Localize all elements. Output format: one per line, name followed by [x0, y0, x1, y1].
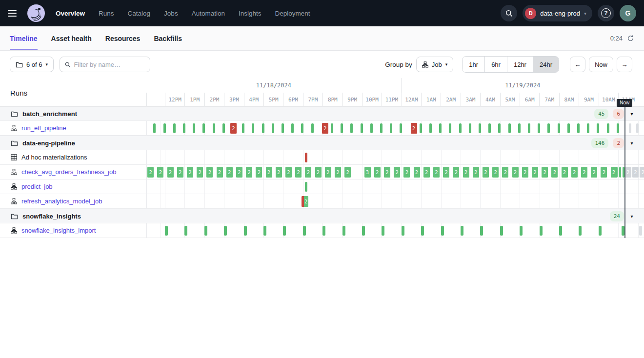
run-marker[interactable]	[242, 123, 244, 133]
run-marker[interactable]	[262, 123, 264, 133]
run-marker[interactable]	[184, 226, 187, 236]
run-marker[interactable]	[599, 226, 602, 236]
nav-item-catalog[interactable]: Catalog	[128, 10, 151, 17]
run-marker[interactable]	[382, 226, 384, 236]
run-marker[interactable]: 2	[246, 167, 252, 178]
run-marker[interactable]	[311, 123, 314, 133]
run-marker[interactable]: 2	[226, 167, 233, 178]
run-marker[interactable]	[204, 226, 207, 236]
run-marker[interactable]	[577, 123, 580, 133]
run-marker[interactable]: 2	[403, 167, 410, 178]
run-marker[interactable]	[165, 226, 168, 236]
job-name-link[interactable]: refresh_analytics_model_job	[21, 198, 102, 205]
dagster-logo[interactable]	[27, 4, 45, 22]
run-marker[interactable]	[380, 123, 382, 133]
run-marker[interactable]: 2	[374, 167, 381, 178]
nav-item-jobs[interactable]: Jobs	[164, 10, 178, 17]
run-marker[interactable]: 2	[147, 167, 154, 178]
run-marker[interactable]	[305, 182, 307, 192]
expand-collapse-button[interactable]: ▾	[628, 214, 635, 219]
run-marker[interactable]	[597, 123, 599, 133]
run-marker[interactable]	[547, 123, 550, 133]
run-marker[interactable]: 2	[236, 167, 242, 178]
run-marker[interactable]	[538, 123, 540, 133]
run-marker[interactable]	[342, 226, 345, 236]
run-marker[interactable]: 2	[197, 167, 203, 178]
run-marker[interactable]: 2	[157, 167, 163, 178]
expand-collapse-button[interactable]: ▾	[628, 111, 635, 117]
run-marker[interactable]: 2	[315, 167, 322, 178]
expand-collapse-button[interactable]: ▾	[628, 140, 635, 146]
run-marker[interactable]	[558, 123, 560, 133]
run-marker[interactable]	[479, 123, 481, 133]
run-marker[interactable]: 2	[256, 167, 262, 178]
run-marker[interactable]	[331, 123, 333, 133]
run-marker[interactable]: 2	[217, 167, 223, 178]
run-marker[interactable]: 2	[551, 167, 558, 178]
run-marker[interactable]	[370, 123, 373, 133]
run-marker[interactable]: 2	[305, 167, 311, 178]
run-marker[interactable]: 2	[411, 123, 417, 134]
run-marker[interactable]	[400, 123, 402, 133]
run-marker[interactable]	[639, 226, 642, 236]
run-marker[interactable]: 3	[364, 167, 371, 178]
nav-item-automation[interactable]: Automation	[192, 10, 225, 17]
run-marker[interactable]: 2	[384, 167, 390, 178]
run-marker[interactable]: 2	[167, 167, 174, 178]
run-marker[interactable]	[153, 123, 156, 133]
run-marker[interactable]	[619, 167, 621, 178]
range-6hr[interactable]: 6hr	[484, 57, 507, 72]
run-marker[interactable]	[488, 123, 491, 133]
group-by-dropdown[interactable]: Job ▾	[416, 57, 454, 72]
run-marker[interactable]: 2	[463, 167, 469, 178]
run-marker[interactable]	[163, 123, 166, 133]
run-marker[interactable]: 2	[187, 167, 193, 178]
run-marker[interactable]	[361, 123, 363, 133]
run-marker[interactable]	[439, 123, 442, 133]
job-name-link[interactable]: predict_job	[21, 183, 53, 190]
run-marker[interactable]	[224, 226, 227, 236]
run-marker[interactable]	[520, 226, 523, 236]
run-marker[interactable]	[469, 123, 471, 133]
job-name-link[interactable]: run_etl_pipeline	[21, 124, 66, 132]
run-marker[interactable]: 2	[295, 167, 302, 178]
nav-item-deployment[interactable]: Deployment	[275, 10, 310, 17]
job-name-link[interactable]: snowflake_insights_import	[21, 227, 96, 234]
run-marker[interactable]	[244, 226, 247, 236]
run-marker[interactable]	[420, 123, 422, 133]
run-marker[interactable]	[498, 123, 501, 133]
nav-item-runs[interactable]: Runs	[99, 10, 114, 17]
run-marker[interactable]: 2	[601, 167, 607, 178]
run-marker[interactable]	[282, 123, 284, 133]
run-marker[interactable]: 2	[423, 167, 430, 178]
run-marker[interactable]: 2	[581, 167, 587, 178]
name-filter-input[interactable]	[74, 61, 145, 68]
run-marker[interactable]: 2	[512, 167, 519, 178]
deployment-switcher[interactable]: D data-eng-prod ▾	[523, 5, 592, 21]
run-marker[interactable]: 2	[325, 167, 331, 178]
run-marker[interactable]	[213, 123, 215, 133]
nav-item-insights[interactable]: Insights	[239, 10, 262, 17]
run-marker[interactable]: 2	[502, 167, 508, 178]
run-marker[interactable]: 2	[276, 167, 282, 178]
run-marker[interactable]: 2	[302, 196, 308, 207]
run-marker[interactable]: 2	[266, 167, 272, 178]
run-marker[interactable]: 2	[571, 167, 578, 178]
run-marker[interactable]	[362, 226, 365, 236]
run-marker[interactable]	[222, 123, 225, 133]
run-marker[interactable]	[567, 123, 570, 133]
run-marker[interactable]: 2	[443, 167, 449, 178]
run-marker[interactable]	[183, 123, 185, 133]
search-icon[interactable]	[501, 5, 517, 21]
run-marker[interactable]: 2	[632, 167, 639, 178]
run-marker[interactable]: 2	[640, 167, 644, 178]
run-marker[interactable]	[617, 123, 619, 133]
run-marker[interactable]	[272, 123, 274, 133]
run-marker[interactable]	[540, 226, 543, 236]
run-marker[interactable]: 2	[230, 123, 237, 134]
run-marker[interactable]	[587, 123, 589, 133]
run-marker[interactable]: 2	[492, 167, 499, 178]
page-back-button[interactable]: ←	[570, 57, 585, 72]
run-marker[interactable]	[636, 123, 639, 133]
run-marker[interactable]	[173, 123, 176, 133]
